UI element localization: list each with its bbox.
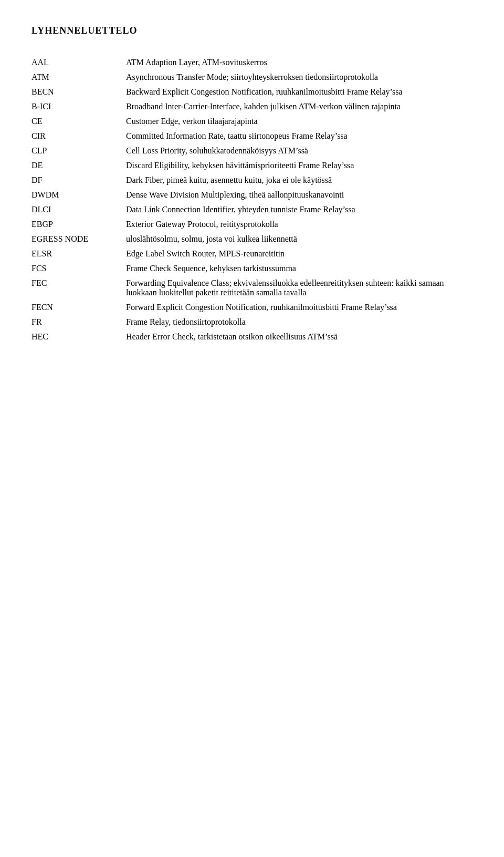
glossary-row: CLPCell Loss Priority, soluhukkatodennäk…	[32, 143, 472, 158]
glossary-row: B-ICIBroadband Inter-Carrier-Interface, …	[32, 99, 472, 114]
glossary-table: AALATM Adaption Layer, ATM-sovituskerros…	[32, 55, 472, 344]
glossary-row: DFDark Fiber, pimeä kuitu, asennettu kui…	[32, 173, 472, 188]
definition: Discard Eligibility, kehyksen hävittämis…	[126, 158, 472, 173]
glossary-row: DLCIData Link Connection Identifier, yht…	[32, 202, 472, 217]
abbreviation: DF	[32, 173, 126, 188]
abbreviation: B-ICI	[32, 99, 126, 114]
abbreviation: DE	[32, 158, 126, 173]
abbreviation: HEC	[32, 329, 126, 344]
definition: Customer Edge, verkon tilaajarajapinta	[126, 114, 472, 129]
abbreviation: BECN	[32, 85, 126, 99]
definition: uloslähtösolmu, solmu, josta voi kulkea …	[126, 232, 472, 246]
glossary-row: ATMAsynchronous Transfer Mode; siirtoyht…	[32, 70, 472, 85]
abbreviation: DLCI	[32, 202, 126, 217]
glossary-row: AALATM Adaption Layer, ATM-sovituskerros	[32, 55, 472, 70]
glossary-row: EBGPExterior Gateway Protocol, reititysp…	[32, 217, 472, 232]
definition: Committed Information Rate, taattu siirt…	[126, 129, 472, 143]
abbreviation: ELSR	[32, 246, 126, 261]
definition: Data Link Connection Identifier, yhteyde…	[126, 202, 472, 217]
glossary-row: DWDMDense Wave Division Multiplexing, ti…	[32, 188, 472, 202]
definition: Forward Explicit Congestion Notification…	[126, 300, 472, 315]
definition: Dense Wave Division Multiplexing, tihеä …	[126, 188, 472, 202]
glossary-row: FECNForward Explicit Congestion Notifica…	[32, 300, 472, 315]
abbreviation: EGRESS NODE	[32, 232, 126, 246]
abbreviation: CE	[32, 114, 126, 129]
abbreviation: EBGP	[32, 217, 126, 232]
abbreviation: CLP	[32, 143, 126, 158]
glossary-row: DEDiscard Eligibility, kehyksen hävittäm…	[32, 158, 472, 173]
definition: Frame Relay, tiedonsiirtoprotokolla	[126, 315, 472, 329]
abbreviation: AAL	[32, 55, 126, 70]
definition: Backward Explicit Congestion Notificatio…	[126, 85, 472, 99]
glossary-row: HECHeader Error Check, tarkistetaan otsi…	[32, 329, 472, 344]
definition: Cell Loss Priority, soluhukkatodennäköis…	[126, 143, 472, 158]
definition: Broadband Inter-Carrier-Interface, kahde…	[126, 99, 472, 114]
abbreviation: FCS	[32, 261, 126, 276]
definition: Edge Label Switch Router, MPLS-reunareit…	[126, 246, 472, 261]
definition: Asynchronous Transfer Mode; siirtoyhteys…	[126, 70, 472, 85]
abbreviation: DWDM	[32, 188, 126, 202]
definition: Dark Fiber, pimeä kuitu, asennettu kuitu…	[126, 173, 472, 188]
glossary-row: CECustomer Edge, verkon tilaajarajapinta	[32, 114, 472, 129]
glossary-row: FRFrame Relay, tiedonsiirtoprotokolla	[32, 315, 472, 329]
abbreviation: FR	[32, 315, 126, 329]
glossary-row: BECNBackward Explicit Congestion Notific…	[32, 85, 472, 99]
page-title: LYHENNELUETTELO	[32, 25, 472, 36]
glossary-row: CIRCommitted Information Rate, taattu si…	[32, 129, 472, 143]
glossary-row: EGRESS NODEuloslähtösolmu, solmu, josta …	[32, 232, 472, 246]
definition: Header Error Check, tarkistetaan otsikon…	[126, 329, 472, 344]
abbreviation: FEC	[32, 276, 126, 300]
definition: Frame Check Sequence, kehyksen tarkistus…	[126, 261, 472, 276]
definition: Forwarding Equivalence Class; ekvivalens…	[126, 276, 472, 300]
abbreviation: ATM	[32, 70, 126, 85]
glossary-row: FCSFrame Check Sequence, kehyksen tarkis…	[32, 261, 472, 276]
abbreviation: FECN	[32, 300, 126, 315]
abbreviation: CIR	[32, 129, 126, 143]
glossary-row: ELSREdge Label Switch Router, MPLS-reuna…	[32, 246, 472, 261]
definition: ATM Adaption Layer, ATM-sovituskerros	[126, 55, 472, 70]
definition: Exterior Gateway Protocol, reititysproto…	[126, 217, 472, 232]
glossary-row: FECForwarding Equivalence Class; ekvival…	[32, 276, 472, 300]
